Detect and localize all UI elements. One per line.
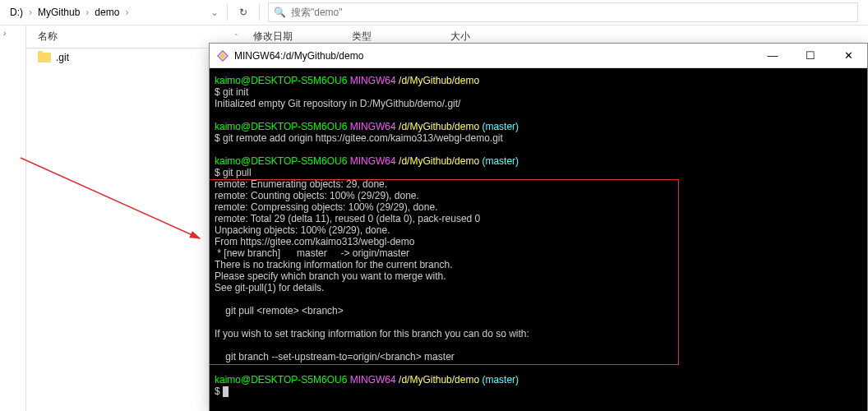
terminal-line: Unpacking objects: 100% (29/29), done. (215, 224, 862, 236)
explorer-address-bar: D:) › MyGithub › demo › ⌄ ↻ 🔍 搜索"demo" (0, 0, 868, 25)
terminal-line (215, 316, 862, 328)
terminal-line: If you wish to set tracking information … (215, 328, 862, 339)
terminal-line (215, 339, 862, 351)
prompt-path: /d/MyGithub/demo (399, 155, 479, 167)
search-input[interactable]: 🔍 搜索"demo" (268, 2, 858, 22)
terminal-titlebar[interactable]: MINGW64:/d/MyGithub/demo — ☐ ✕ (210, 44, 867, 68)
terminal-line: $ git init (215, 86, 862, 98)
terminal-line: remote: Counting objects: 100% (29/29), … (215, 190, 862, 201)
cursor-icon (223, 386, 229, 397)
terminal-app-icon (216, 49, 229, 62)
dropdown-icon[interactable]: ⌄ (205, 7, 224, 18)
close-button[interactable]: ✕ (829, 44, 867, 68)
chevron-right-icon: › (26, 7, 35, 18)
prompt-env: MINGW64 (350, 121, 396, 132)
breadcrumb[interactable]: D:) › MyGithub › demo › (7, 7, 204, 18)
prompt-path: /d/MyGithub/demo (399, 374, 479, 386)
terminal-line: $ (215, 386, 223, 397)
terminal-line: git pull <remote> <branch> (215, 305, 862, 316)
prompt-user: kaimo@DESKTOP-S5M6OU6 (215, 374, 347, 386)
annotation-arrow (21, 158, 210, 252)
column-name[interactable]: 名称 ˄ (26, 30, 247, 44)
window-controls: — ☐ ✕ (754, 44, 867, 68)
search-placeholder: 搜索"demo" (291, 6, 343, 20)
prompt-env: MINGW64 (350, 75, 396, 86)
breadcrumb-seg-0[interactable]: D:) (7, 7, 26, 18)
column-date[interactable]: 修改日期 (247, 30, 345, 44)
prompt-user: kaimo@DESKTOP-S5M6OU6 (215, 121, 347, 132)
terminal-body[interactable]: kaimo@DESKTOP-S5M6OU6 MINGW64 /d/MyGithu… (210, 68, 867, 411)
column-type[interactable]: 类型 (345, 30, 444, 44)
search-icon: 🔍 (274, 7, 286, 18)
breadcrumb-seg-1[interactable]: MyGithub (35, 7, 83, 18)
prompt-user: kaimo@DESKTOP-S5M6OU6 (215, 155, 347, 167)
divider (259, 4, 260, 21)
prompt-user: kaimo@DESKTOP-S5M6OU6 (215, 75, 347, 86)
terminal-line: Initialized empty Git repository in D:/M… (215, 98, 862, 109)
prompt-branch: (master) (482, 155, 519, 167)
prompt-branch: (master) (482, 374, 519, 386)
prompt-env: MINGW64 (350, 155, 396, 167)
chevron-right-icon: › (83, 7, 91, 18)
terminal-line: remote: Total 29 (delta 11), reused 0 (d… (215, 213, 862, 224)
file-name: .git (56, 52, 69, 63)
terminal-line: Please specify which branch you want to … (215, 270, 862, 282)
terminal-window: MINGW64:/d/MyGithub/demo — ☐ ✕ kaimo@DES… (209, 43, 868, 411)
explorer-sidebar: › (0, 25, 26, 411)
terminal-line: git branch --set-upstream-to=origin/<bra… (215, 351, 862, 363)
svg-line-0 (21, 158, 200, 238)
column-name-label: 名称 (38, 30, 58, 44)
terminal-line: * [new branch] master -> origin/master (215, 247, 862, 259)
prompt-env: MINGW64 (350, 374, 396, 386)
column-size[interactable]: 大小 (444, 30, 542, 44)
maximize-button[interactable]: ☐ (792, 44, 829, 68)
prompt-path: /d/MyGithub/demo (399, 121, 479, 132)
sort-asc-icon: ˄ (234, 33, 247, 41)
folder-icon (38, 53, 51, 62)
terminal-line: From https://gitee.com/kaimo313/webgl-de… (215, 236, 862, 247)
terminal-line: There is no tracking information for the… (215, 259, 862, 270)
expand-icon[interactable]: › (3, 29, 6, 38)
terminal-line: remote: Enumerating objects: 29, done. (215, 178, 862, 190)
prompt-branch: (master) (482, 121, 519, 132)
breadcrumb-seg-2[interactable]: demo (91, 7, 122, 18)
refresh-button[interactable]: ↻ (231, 7, 256, 18)
terminal-line (215, 293, 862, 305)
terminal-line: See git-pull(1) for details. (215, 282, 862, 293)
minimize-button[interactable]: — (754, 44, 792, 68)
terminal-title: MINGW64:/d/MyGithub/demo (234, 50, 363, 62)
prompt-path: /d/MyGithub/demo (399, 75, 479, 86)
terminal-line: $ git pull (215, 167, 862, 178)
terminal-line: $ git remote add origin https://gitee.co… (215, 132, 862, 144)
chevron-right-icon: › (122, 7, 131, 18)
divider (227, 4, 228, 21)
terminal-line: remote: Compressing objects: 100% (29/29… (215, 201, 862, 213)
